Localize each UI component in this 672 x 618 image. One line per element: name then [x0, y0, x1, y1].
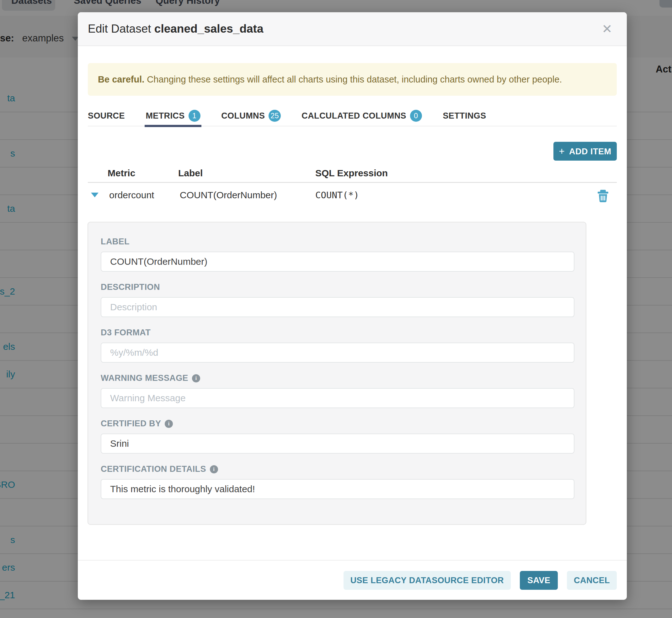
tab-calculated-columns-label: CALCULATED COLUMNS	[301, 111, 406, 120]
columns-count-badge: 25	[269, 110, 280, 122]
tab-settings-label: SETTINGS	[443, 111, 486, 120]
metrics-table-header: Metric Label SQL Expression	[88, 168, 617, 183]
info-icon: i	[192, 374, 200, 383]
metric-sql-expression: COUNT(*)	[315, 185, 359, 205]
warning-message-input[interactable]	[101, 388, 574, 408]
certified-by-input[interactable]	[101, 433, 574, 453]
tab-calculated-columns[interactable]: CALCULATED COLUMNS0	[301, 108, 422, 126]
footer-buttons: USE LEGACY DATASOURCE EDITOR SAVE CANCEL	[344, 571, 617, 590]
d3-format-field-label: D3 FORMAT	[99, 328, 573, 337]
description-field-label: DESCRIPTION	[99, 282, 573, 292]
label-column-header: Label	[178, 168, 203, 179]
tab-source-label: SOURCE	[88, 111, 125, 120]
label-field-label: LABEL	[99, 237, 573, 246]
add-item-button[interactable]: +ADD ITEM	[553, 142, 617, 161]
label-field-group: LABEL	[101, 237, 573, 272]
add-item-label: ADD ITEM	[569, 147, 611, 156]
use-legacy-datasource-editor-button[interactable]: USE LEGACY DATASOURCE EDITOR	[344, 571, 511, 590]
certified-by-field-group: CERTIFIED BYi	[101, 419, 573, 453]
certification-details-field-label: CERTIFICATION DETAILSi	[99, 464, 573, 474]
tab-settings[interactable]: SETTINGS	[443, 108, 486, 126]
certified-by-field-label: CERTIFIED BYi	[99, 419, 573, 428]
d3-format-field-group: D3 FORMAT	[101, 328, 573, 363]
modal-footer: USE LEGACY DATASOURCE EDITOR SAVE CANCEL	[78, 560, 627, 600]
modal-dataset-name: cleaned_sales_data	[154, 22, 264, 35]
description-field-group: DESCRIPTION	[101, 282, 573, 317]
sql-expression-column-header: SQL Expression	[315, 168, 388, 179]
modal-header: Edit Dataset cleaned_sales_data ✕	[78, 12, 627, 46]
edit-dataset-modal: Edit Dataset cleaned_sales_data ✕ Be car…	[78, 12, 627, 600]
modal-title: Edit Dataset cleaned_sales_data	[88, 12, 263, 45]
info-icon: i	[165, 420, 173, 428]
tab-metrics-label: METRICS	[146, 111, 184, 120]
screen: Datasets Saved Queries Query History se:…	[0, 0, 672, 618]
certification-details-field-group: CERTIFICATION DETAILSi	[101, 464, 573, 499]
active-tab-underline	[145, 125, 201, 127]
warning-message-field-label: WARNING MESSAGEi	[99, 373, 573, 383]
warning-banner-bold: Be careful.	[98, 74, 144, 84]
tab-columns[interactable]: COLUMNS25	[221, 108, 281, 126]
metric-name: ordercount	[109, 185, 154, 205]
metric-row: ordercount COUNT(OrderNumber) COUNT(*)	[88, 185, 617, 205]
tab-metrics[interactable]: METRICS1	[146, 108, 200, 126]
collapse-caret-icon[interactable]	[91, 193, 99, 197]
d3-format-input[interactable]	[101, 342, 574, 363]
close-icon[interactable]: ✕	[593, 12, 621, 45]
calculated-columns-count-badge: 0	[410, 110, 422, 122]
warning-banner-rest: Changing these settings will affect all …	[144, 74, 562, 84]
delete-metric-trash-icon[interactable]	[597, 189, 609, 203]
metrics-count-badge: 1	[189, 110, 200, 122]
metric-edit-panel: LABEL DESCRIPTION D3 FORMAT WARNING MESS…	[88, 222, 586, 525]
label-input[interactable]	[101, 251, 574, 272]
tab-source[interactable]: SOURCE	[88, 108, 125, 126]
warning-banner: Be careful. Changing these settings will…	[88, 63, 617, 96]
metric-column-header: Metric	[108, 168, 135, 179]
info-icon: i	[210, 465, 218, 474]
cancel-button[interactable]: CANCEL	[567, 571, 617, 590]
warning-message-field-group: WARNING MESSAGEi	[101, 373, 573, 408]
metric-label: COUNT(OrderNumber)	[180, 185, 277, 205]
certification-details-input[interactable]	[101, 479, 574, 499]
tab-columns-label: COLUMNS	[221, 111, 265, 120]
plus-icon: +	[559, 146, 565, 157]
description-input[interactable]	[101, 297, 574, 317]
warning-banner-text: Be careful. Changing these settings will…	[98, 63, 610, 96]
modal-tabs: SOURCE METRICS1 COLUMNS25 CALCULATED COL…	[88, 108, 617, 126]
save-button[interactable]: SAVE	[520, 571, 558, 590]
modal-title-prefix: Edit Dataset	[88, 22, 151, 35]
